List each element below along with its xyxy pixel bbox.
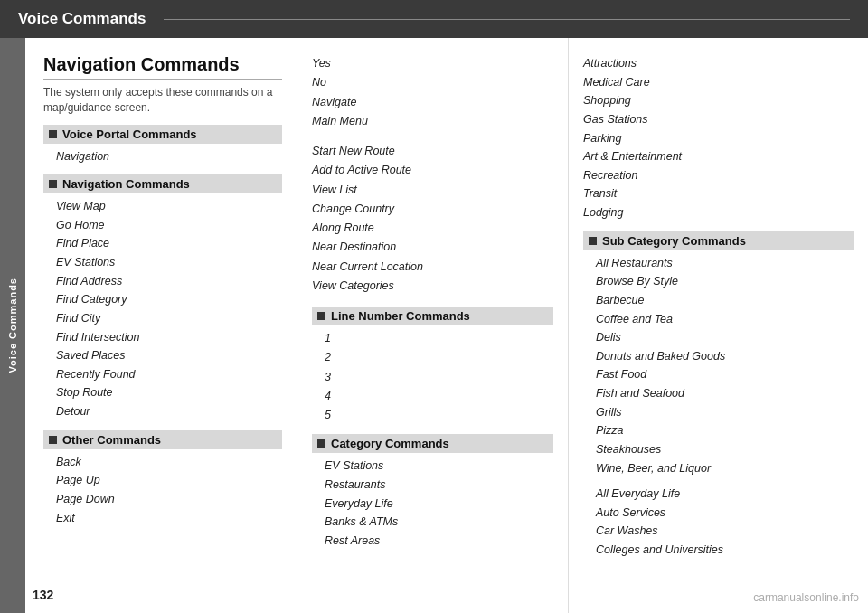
- sidebar-label-text: Voice Commands: [7, 278, 18, 373]
- list-item: Coffee and Tea: [596, 310, 854, 329]
- list-item: 5: [325, 406, 553, 425]
- list-item: Change Country: [312, 200, 553, 219]
- list-item: View Map: [56, 197, 282, 216]
- list-item: Rest Areas: [325, 532, 553, 551]
- nav-commands-list: View Map Go Home Find Place EV Stations …: [43, 197, 282, 421]
- list-item: Shopping: [583, 91, 854, 110]
- mid-column: Yes No Navigate Main Menu Start New Rout…: [297, 38, 568, 613]
- section-header-category: Category Commands: [312, 434, 553, 453]
- bullet-icon: [317, 439, 326, 448]
- list-item: Pizza: [596, 421, 854, 440]
- list-item: Transit: [583, 184, 854, 203]
- bullet-icon: [49, 180, 57, 188]
- list-item: 1: [325, 329, 553, 348]
- list-item: Add to Active Route: [312, 161, 553, 180]
- list-item: Near Current Location: [312, 258, 553, 277]
- list-item: Saved Places: [56, 346, 282, 365]
- list-item: Navigation: [56, 147, 282, 166]
- list-item: Art & Entertainment: [583, 147, 854, 166]
- mid-mid-list: Start New Route Add to Active Route View…: [312, 142, 553, 296]
- section-header-label: Voice Portal Commands: [62, 127, 197, 141]
- section-header-sub-category: Sub Category Commands: [583, 231, 854, 250]
- list-item: Lodging: [583, 203, 854, 222]
- list-item: Restaurants: [325, 476, 553, 495]
- list-item: Fish and Seafood: [596, 384, 854, 403]
- list-item: Back: [56, 453, 282, 472]
- header-bar: Voice Commands: [0, 0, 868, 38]
- list-item: Everyday Life: [325, 495, 553, 514]
- list-item: Navigate: [312, 93, 553, 112]
- list-item: All Everyday Life: [596, 485, 854, 504]
- list-item: Main Menu: [312, 112, 553, 131]
- list-item: EV Stations: [325, 457, 553, 476]
- list-item: Stop Route: [56, 383, 282, 402]
- list-item: Find City: [56, 309, 282, 328]
- list-item: Recently Found: [56, 365, 282, 384]
- list-item: EV Stations: [56, 253, 282, 272]
- list-item: Exit: [56, 509, 282, 528]
- list-item: Grills: [596, 403, 854, 422]
- section-header-line-number: Line Number Commands: [312, 306, 553, 325]
- list-item: Find Intersection: [56, 328, 282, 347]
- list-item: Steakhouses: [596, 440, 854, 459]
- list-item: Car Washes: [596, 522, 854, 541]
- category-list: EV Stations Restaurants Everyday Life Ba…: [312, 457, 553, 550]
- section-header-label: Sub Category Commands: [602, 234, 746, 248]
- list-item: View List: [312, 181, 553, 200]
- list-item: View Categories: [312, 277, 553, 296]
- section-header-label: Line Number Commands: [331, 309, 470, 323]
- right-top-list: Attractions Medical Care Shopping Gas St…: [583, 54, 854, 222]
- list-item: Go Home: [56, 216, 282, 235]
- section-header-nav-commands: Navigation Commands: [43, 174, 282, 193]
- section-header-label: Other Commands: [62, 433, 161, 447]
- main-content: Navigation Commands The system only acce…: [25, 38, 868, 613]
- list-item: Medical Care: [583, 73, 854, 92]
- list-item: Delis: [596, 328, 854, 347]
- sub-category-list-2: All Everyday Life Auto Services Car Wash…: [583, 485, 854, 560]
- header-title: Voice Commands: [18, 10, 146, 28]
- bullet-icon: [49, 130, 57, 138]
- other-commands-list: Back Page Up Page Down Exit: [43, 453, 282, 528]
- list-item: Page Up: [56, 471, 282, 490]
- list-item: 4: [325, 387, 553, 406]
- list-item: Colleges and Universities: [596, 541, 854, 560]
- list-item: Banks & ATMs: [325, 513, 553, 532]
- list-item: Recreation: [583, 166, 854, 185]
- list-item: Detour: [56, 402, 282, 421]
- list-item: Browse By Style: [596, 272, 854, 291]
- section-header-label: Navigation Commands: [62, 177, 190, 191]
- list-item: Page Down: [56, 490, 282, 509]
- list-item: Wine, Beer, and Liquor: [596, 459, 854, 478]
- line-number-list: 1 2 3 4 5: [312, 329, 553, 425]
- bullet-icon: [589, 237, 597, 245]
- list-item: Yes: [312, 54, 553, 73]
- list-item: Auto Services: [596, 504, 854, 523]
- list-item: Find Category: [56, 290, 282, 309]
- list-item: Near Destination: [312, 238, 553, 257]
- list-item: Along Route: [312, 219, 553, 238]
- mid-top-list: Yes No Navigate Main Menu: [312, 54, 553, 131]
- main-section-subtitle: The system only accepts these commands o…: [43, 85, 282, 116]
- list-item: Parking: [583, 129, 854, 148]
- left-column: Navigation Commands The system only acce…: [25, 38, 297, 613]
- list-item: Attractions: [583, 54, 854, 73]
- section-header-voice-portal: Voice Portal Commands: [43, 125, 282, 144]
- list-item: Fast Food: [596, 365, 854, 384]
- list-item: Find Address: [56, 272, 282, 291]
- list-item: Find Place: [56, 234, 282, 253]
- list-item: No: [312, 73, 553, 92]
- list-item: Barbecue: [596, 291, 854, 310]
- list-item: All Restaurants: [596, 254, 854, 273]
- right-column: Attractions Medical Care Shopping Gas St…: [568, 38, 868, 613]
- list-item: Start New Route: [312, 142, 553, 161]
- section-header-other-commands: Other Commands: [43, 430, 282, 449]
- list-item: 2: [325, 348, 553, 367]
- voice-portal-list: Navigation: [43, 147, 282, 166]
- bullet-icon: [49, 436, 57, 444]
- list-item: 3: [325, 368, 553, 387]
- bullet-icon: [317, 312, 326, 320]
- main-section-title: Navigation Commands: [43, 54, 282, 75]
- sidebar-label: Voice Commands: [0, 38, 25, 613]
- list-item: Donuts and Baked Goods: [596, 347, 854, 366]
- list-item: Gas Stations: [583, 110, 854, 129]
